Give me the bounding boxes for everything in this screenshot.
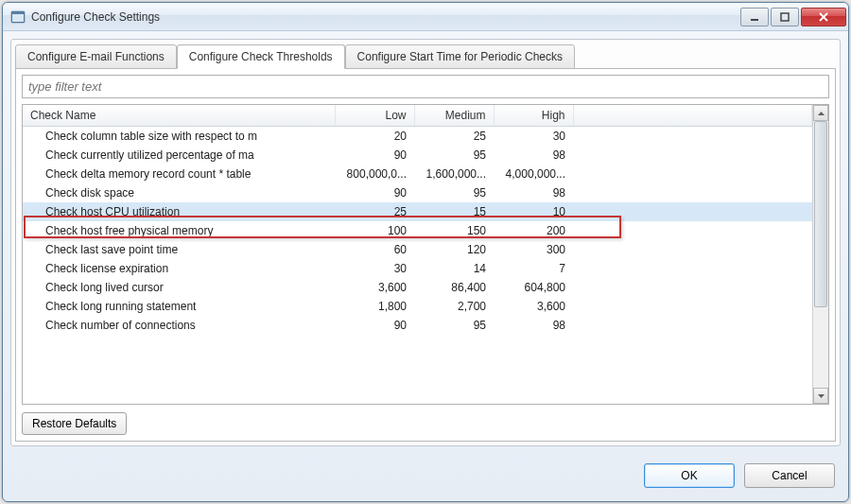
cell-check-name: Check number of connections — [23, 316, 335, 335]
table-row[interactable]: Check column table size with respect to … — [23, 127, 812, 147]
tab-check-thresholds[interactable]: Configure Check Thresholds — [177, 44, 345, 69]
cell-low: 1,800 — [335, 297, 414, 316]
cell-low: 800,000,0... — [335, 165, 414, 183]
cell-high: 7 — [494, 259, 573, 278]
cell-medium: 150 — [414, 221, 494, 240]
scroll-track[interactable] — [813, 121, 828, 388]
cell-spacer — [573, 259, 812, 278]
maximize-button[interactable] — [771, 8, 799, 26]
cell-check-name: Check last save point time — [23, 240, 335, 259]
tab-panel-thresholds: Check Name Low Medium High Check column … — [15, 68, 836, 442]
cell-high: 98 — [494, 146, 573, 165]
cell-spacer — [573, 221, 812, 240]
cell-high: 300 — [494, 240, 573, 259]
cell-high: 10 — [494, 202, 573, 221]
table-row[interactable]: Check license expiration30147 — [23, 259, 812, 278]
window-controls — [738, 8, 846, 26]
cell-medium: 1,600,000... — [414, 165, 494, 183]
cell-medium: 120 — [414, 240, 494, 259]
cell-spacer — [573, 127, 812, 147]
cell-low: 100 — [335, 221, 414, 240]
cell-low: 30 — [335, 259, 414, 278]
table-row[interactable]: Check long running statement1,8002,7003,… — [23, 297, 812, 316]
dialog-footer: OK Cancel — [3, 454, 848, 501]
table-header-row: Check Name Low Medium High — [23, 105, 812, 127]
cell-medium: 14 — [414, 259, 494, 278]
cell-spacer — [573, 146, 812, 165]
cell-low: 90 — [335, 146, 414, 165]
thresholds-table-wrapper: Check Name Low Medium High Check column … — [22, 104, 829, 405]
cell-high: 98 — [494, 183, 573, 202]
svg-rect-2 — [751, 19, 758, 21]
cell-high: 98 — [494, 316, 573, 335]
ok-button[interactable]: OK — [644, 463, 735, 488]
cell-check-name: Check currently utilized percentage of m… — [23, 146, 335, 165]
minimize-button[interactable] — [740, 8, 769, 26]
cell-high: 3,600 — [494, 297, 573, 316]
cell-spacer — [573, 202, 812, 221]
cell-spacer — [573, 278, 812, 297]
cell-medium: 2,700 — [414, 297, 494, 316]
cell-low: 25 — [335, 202, 414, 221]
cell-check-name: Check license expiration — [23, 259, 335, 278]
cell-check-name: Check column table size with respect to … — [23, 127, 335, 147]
content-area: Configure E-mail Functions Configure Che… — [10, 39, 841, 446]
scroll-down-button[interactable] — [813, 388, 828, 404]
cell-low: 90 — [335, 316, 414, 335]
scroll-thumb[interactable] — [814, 121, 827, 307]
table-row[interactable]: Check delta memory record count * table8… — [23, 165, 812, 183]
table-row[interactable]: Check host free physical memory100150200 — [23, 221, 812, 240]
table-row[interactable]: Check currently utilized percentage of m… — [23, 146, 812, 165]
cell-low: 90 — [335, 183, 414, 202]
restore-defaults-button[interactable]: Restore Defaults — [22, 412, 127, 435]
scroll-up-button[interactable] — [813, 105, 828, 121]
table-row[interactable]: Check long lived cursor3,60086,400604,80… — [23, 278, 812, 297]
cell-high: 200 — [494, 221, 573, 240]
cancel-button[interactable]: Cancel — [744, 463, 835, 488]
cell-spacer — [573, 183, 812, 202]
cell-spacer — [573, 316, 812, 335]
cell-check-name: Check long running statement — [23, 297, 335, 316]
cell-low: 3,600 — [335, 278, 414, 297]
cell-medium: 95 — [414, 183, 494, 202]
tab-strip: Configure E-mail Functions Configure Che… — [15, 43, 836, 68]
cell-check-name: Check host CPU utilization — [23, 202, 335, 221]
table-row[interactable]: Check last save point time60120300 — [23, 240, 812, 259]
header-medium[interactable]: Medium — [414, 105, 494, 127]
cell-high: 30 — [494, 127, 573, 147]
header-low[interactable]: Low — [335, 105, 414, 127]
cell-check-name: Check delta memory record count * table — [23, 165, 335, 183]
cell-medium: 95 — [414, 316, 494, 335]
cell-check-name: Check long lived cursor — [23, 278, 335, 297]
cell-high: 604,800 — [494, 278, 573, 297]
header-spacer — [573, 105, 812, 127]
cell-check-name: Check disk space — [23, 183, 335, 202]
cell-medium: 15 — [414, 202, 494, 221]
tab-start-time[interactable]: Configure Start Time for Periodic Checks — [345, 44, 575, 69]
cell-medium: 95 — [414, 146, 494, 165]
table-row[interactable]: Check number of connections909598 — [23, 316, 812, 335]
header-check-name[interactable]: Check Name — [23, 105, 335, 127]
titlebar: Configure Check Settings — [3, 3, 848, 31]
vertical-scrollbar[interactable] — [812, 105, 828, 404]
cell-medium: 25 — [414, 127, 494, 147]
header-high[interactable]: High — [494, 105, 573, 127]
cell-spacer — [573, 297, 812, 316]
cell-low: 60 — [335, 240, 414, 259]
cell-low: 20 — [335, 127, 414, 147]
cell-check-name: Check host free physical memory — [23, 221, 335, 240]
svg-rect-3 — [781, 13, 789, 21]
filter-input[interactable] — [22, 75, 829, 98]
cell-spacer — [573, 240, 812, 259]
svg-rect-1 — [12, 14, 24, 22]
window-title: Configure Check Settings — [31, 10, 738, 24]
cell-medium: 86,400 — [414, 278, 494, 297]
app-icon — [10, 9, 26, 25]
tab-email-functions[interactable]: Configure E-mail Functions — [15, 44, 177, 69]
close-button[interactable] — [801, 8, 846, 26]
cell-high: 4,000,000... — [494, 165, 573, 183]
table-row[interactable]: Check host CPU utilization251510 — [23, 202, 812, 221]
thresholds-table: Check Name Low Medium High Check column … — [23, 105, 812, 335]
table-row[interactable]: Check disk space909598 — [23, 183, 812, 202]
dialog-window: Configure Check Settings Configure E-mai… — [2, 2, 849, 502]
